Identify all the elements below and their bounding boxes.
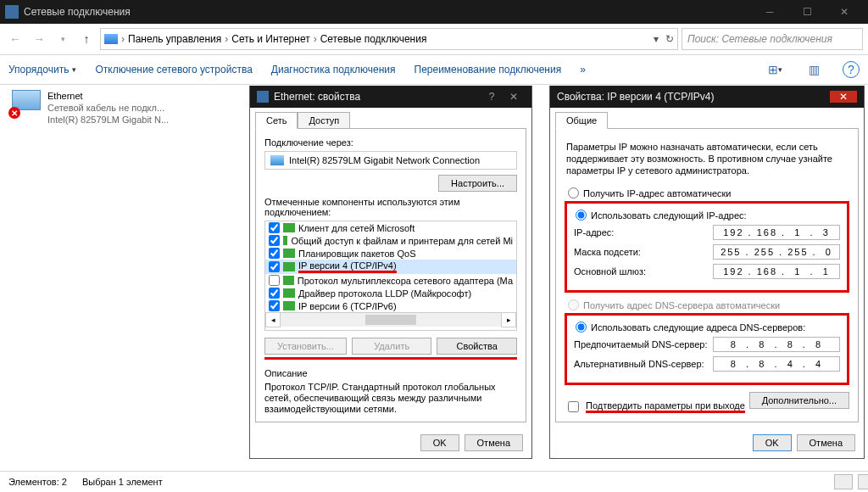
alternate-dns-label: Альтернативный DNS-сервер: bbox=[574, 359, 713, 369]
adapter-name: Ethernet bbox=[47, 90, 169, 102]
component-label: Драйвер протокола LLDP (Майкрософт) bbox=[298, 288, 471, 299]
cmd-rename[interactable]: Переименование подключения bbox=[415, 64, 562, 75]
breadcrumb-dropdown-icon[interactable]: ▾ bbox=[654, 33, 659, 45]
ipv4-properties-dialog: Свойства: IP версии 4 (TCP/IPv4) ✕ Общие… bbox=[549, 86, 865, 459]
nav-recent[interactable]: ▾ bbox=[53, 29, 73, 49]
tab-access[interactable]: Доступ bbox=[298, 112, 350, 129]
component-icon bbox=[283, 301, 295, 310]
component-label: Клиент для сетей Microsoft bbox=[298, 223, 415, 233]
breadcrumb-item[interactable]: Сетевые подключения bbox=[320, 33, 427, 45]
ipv4-cancel-button[interactable]: Отмена bbox=[797, 434, 855, 451]
nic-icon bbox=[270, 155, 284, 165]
minimize-button[interactable]: ─ bbox=[751, 0, 788, 24]
radio-auto-ip[interactable]: Получить IP-адрес автоматически bbox=[568, 187, 846, 198]
help-icon[interactable]: ? bbox=[843, 61, 860, 78]
radio-manual-ip[interactable]: Использовать следующий IP-адрес: bbox=[576, 210, 838, 221]
gateway-input[interactable] bbox=[713, 264, 840, 279]
status-selected: Выбран 1 элемент bbox=[82, 477, 163, 487]
search-input[interactable]: Поиск: Сетевые подключения bbox=[682, 28, 863, 50]
component-row[interactable]: Клиент для сетей Microsoft bbox=[265, 221, 516, 234]
uninstall-button[interactable]: Удалить bbox=[352, 338, 432, 355]
adapter-device: Intel(R) 82579LM Gigabit N... bbox=[47, 114, 169, 126]
component-label: Общий доступ к файлам и принтерам для се… bbox=[291, 236, 513, 246]
radio-manual-dns[interactable]: Использовать следующие адреса DNS-сервер… bbox=[576, 321, 838, 333]
component-row[interactable]: Общий доступ к файлам и принтерам для се… bbox=[265, 234, 516, 247]
component-icon bbox=[283, 288, 295, 298]
dialog-help-icon[interactable]: ? bbox=[481, 91, 503, 103]
preview-pane-icon[interactable]: ▥ bbox=[804, 59, 824, 80]
dialog-close-icon[interactable]: ✕ bbox=[830, 91, 857, 103]
ip-address-input[interactable] bbox=[713, 225, 840, 240]
cmd-diagnose[interactable]: Диагностика подключения bbox=[271, 64, 396, 75]
nav-forward[interactable]: → bbox=[29, 29, 49, 49]
breadcrumb[interactable]: › Панель управления › Сеть и Интернет › … bbox=[100, 28, 678, 50]
component-row[interactable]: Планировщик пакетов QoS bbox=[265, 247, 516, 260]
cmd-more[interactable]: » bbox=[580, 64, 586, 75]
component-row[interactable]: Драйвер протокола LLDP (Майкрософт) bbox=[265, 287, 516, 299]
view-icon[interactable]: ⊞ ▾ bbox=[765, 59, 785, 80]
subnet-mask-label: Маска подсети: bbox=[574, 247, 713, 257]
breadcrumb-item[interactable]: Панель управления bbox=[128, 33, 221, 45]
window-titlebar: Сетевые подключения ─ ☐ ✕ bbox=[0, 0, 868, 24]
adapter-item-ethernet[interactable]: ✕ Ethernet Сетевой кабель не подкл... In… bbox=[8, 90, 212, 126]
nav-back[interactable]: ← bbox=[5, 29, 25, 49]
window-title: Сетевые подключения bbox=[24, 6, 131, 18]
alternate-dns-input[interactable] bbox=[713, 356, 840, 372]
nav-up[interactable]: ↑ bbox=[76, 29, 97, 49]
cmd-organize[interactable]: Упорядочить ▾ bbox=[8, 64, 76, 75]
dialog-close-icon[interactable]: ✕ bbox=[503, 91, 525, 103]
ipv4-info-text: Параметры IP можно назначать автоматичес… bbox=[565, 137, 849, 185]
component-checkbox[interactable] bbox=[269, 235, 280, 246]
connect-via-label: Подключение через: bbox=[264, 137, 517, 148]
dialog-title: Свойства: IP версии 4 (TCP/IPv4) bbox=[557, 91, 715, 103]
tab-network[interactable]: Сеть bbox=[255, 112, 298, 129]
nic-display: Intel(R) 82579LM Gigabit Network Connect… bbox=[264, 151, 517, 170]
advanced-button[interactable]: Дополнительно... bbox=[749, 392, 849, 409]
configure-button[interactable]: Настроить... bbox=[438, 175, 517, 192]
dialog-titlebar[interactable]: Ethernet: свойства ?✕ bbox=[250, 86, 531, 108]
components-list[interactable]: Клиент для сетей MicrosoftОбщий доступ к… bbox=[264, 221, 517, 331]
app-icon bbox=[5, 5, 19, 19]
highlight-line bbox=[264, 357, 517, 360]
dns-group-highlight: Использовать следующие адреса DNS-сервер… bbox=[565, 313, 849, 385]
view-large-icon[interactable] bbox=[858, 474, 868, 489]
nic-name: Intel(R) 82579LM Gigabit Network Connect… bbox=[289, 155, 480, 165]
component-checkbox[interactable] bbox=[269, 300, 280, 311]
breadcrumb-item[interactable]: Сеть и Интернет bbox=[231, 33, 309, 45]
component-label: Планировщик пакетов QoS bbox=[298, 249, 416, 259]
component-row[interactable]: Протокол мультиплексора сетевого адаптер… bbox=[265, 274, 516, 287]
preferred-dns-label: Предпочитаемый DNS-сервер: bbox=[574, 339, 713, 349]
close-button[interactable]: ✕ bbox=[826, 0, 863, 24]
command-bar: Упорядочить ▾ Отключение сетевого устрой… bbox=[0, 55, 868, 85]
component-checkbox[interactable] bbox=[269, 288, 280, 299]
component-label: Протокол мультиплексора сетевого адаптер… bbox=[298, 276, 513, 286]
component-icon bbox=[283, 262, 295, 271]
dialog-titlebar[interactable]: Свойства: IP версии 4 (TCP/IPv4) ✕ bbox=[550, 86, 864, 108]
component-row[interactable]: IP версии 4 (TCP/IPv4) bbox=[265, 260, 516, 274]
ipv4-ok-button[interactable]: OK bbox=[753, 434, 792, 451]
cmd-disable[interactable]: Отключение сетевого устройства bbox=[95, 64, 252, 75]
component-checkbox[interactable] bbox=[269, 222, 280, 233]
radio-auto-dns: Получить адрес DNS-сервера автоматически bbox=[568, 299, 846, 310]
maximize-button[interactable]: ☐ bbox=[788, 0, 826, 24]
validate-checkbox[interactable]: Подтвердить параметры при выходе bbox=[565, 399, 745, 415]
refresh-icon[interactable]: ↻ bbox=[665, 33, 674, 45]
subnet-mask-input[interactable] bbox=[713, 244, 840, 260]
nav-row: ← → ▾ ↑ › Панель управления › Сеть и Инт… bbox=[0, 24, 868, 55]
search-placeholder: Поиск: Сетевые подключения bbox=[687, 33, 832, 45]
component-checkbox[interactable] bbox=[269, 248, 280, 259]
component-row[interactable]: IP версии 6 (TCP/IPv6) bbox=[265, 299, 516, 312]
content-area: ✕ Ethernet Сетевой кабель не подкл... In… bbox=[0, 85, 868, 472]
component-checkbox[interactable] bbox=[269, 261, 280, 272]
view-details-icon[interactable] bbox=[834, 474, 853, 489]
preferred-dns-input[interactable] bbox=[713, 337, 840, 352]
eth-ok-button[interactable]: OK bbox=[420, 434, 459, 451]
eth-cancel-button[interactable]: Отмена bbox=[465, 434, 523, 451]
tab-general[interactable]: Общие bbox=[555, 112, 608, 129]
list-scrollbar[interactable]: ◂▸ bbox=[265, 312, 516, 327]
install-button[interactable]: Установить... bbox=[264, 338, 347, 355]
properties-button[interactable]: Свойства bbox=[437, 338, 517, 355]
dialog-icon bbox=[257, 91, 269, 103]
status-bar: Элементов: 2 Выбран 1 элемент bbox=[0, 471, 868, 492]
component-checkbox[interactable] bbox=[269, 275, 280, 286]
